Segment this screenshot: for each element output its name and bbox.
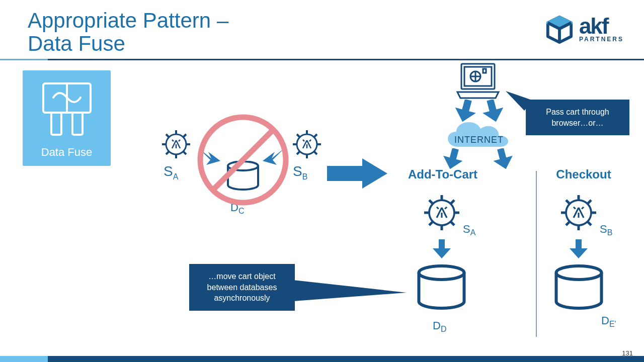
down-arrow-icon — [433, 239, 451, 259]
slide-title: Appropriate Pattern – Data Fuse — [28, 9, 228, 55]
logo-name: akf — [579, 17, 608, 35]
header-underline — [0, 59, 644, 60]
bottom-bar — [0, 356, 644, 362]
logo-sub: PARTNERS — [579, 36, 624, 43]
title-line-2: Data Fuse — [28, 32, 228, 55]
callout-async: …move cart object between databases asyn… — [189, 264, 295, 311]
svc-a-label: SA — [463, 223, 475, 237]
laptop-icon — [455, 62, 501, 101]
db-e-label: DE' — [601, 314, 616, 329]
prohibition-icon — [195, 112, 291, 208]
big-arrow-icon — [327, 158, 387, 189]
svg-rect-21 — [483, 69, 486, 73]
col-b-title: Checkout — [543, 167, 624, 182]
column-divider — [536, 171, 537, 337]
title-line-1: Appropriate Pattern – — [28, 9, 228, 32]
callout-pointer-icon — [293, 280, 409, 310]
gear-icon — [422, 193, 462, 233]
gear-icon — [291, 128, 323, 160]
badge-label: Data Fuse — [41, 146, 93, 159]
logo: akf PARTNERS — [545, 15, 624, 44]
down-arrow-icon — [570, 239, 588, 259]
callout-pointer-icon — [503, 88, 533, 111]
internet-label: INTERNET — [454, 135, 504, 145]
database-icon — [552, 264, 605, 312]
db-d-label: DD — [433, 319, 446, 334]
svc-b-label: SB — [600, 223, 612, 237]
slide: Appropriate Pattern – Data Fuse akf PART… — [0, 0, 644, 362]
down-arrow-icon — [443, 148, 463, 169]
service-a-label: SA — [164, 163, 178, 182]
gear-icon — [558, 193, 599, 233]
service-b-label: SB — [293, 163, 307, 182]
svg-rect-3 — [72, 113, 83, 135]
svg-line-15 — [214, 131, 272, 189]
down-arrow-icon — [493, 148, 513, 169]
callout-browser: Pass cart through browser…or… — [526, 100, 629, 135]
svg-rect-2 — [51, 113, 61, 135]
logo-text: akf PARTNERS — [579, 17, 624, 42]
database-icon — [415, 264, 468, 312]
data-fuse-badge: Data Fuse — [23, 70, 111, 166]
diagram-area: SA SB DC — [146, 63, 634, 349]
gear-icon — [160, 128, 192, 160]
cube-icon — [545, 15, 574, 44]
fuse-icon — [39, 79, 95, 140]
col-a-title: Add-To-Cart — [397, 167, 488, 182]
